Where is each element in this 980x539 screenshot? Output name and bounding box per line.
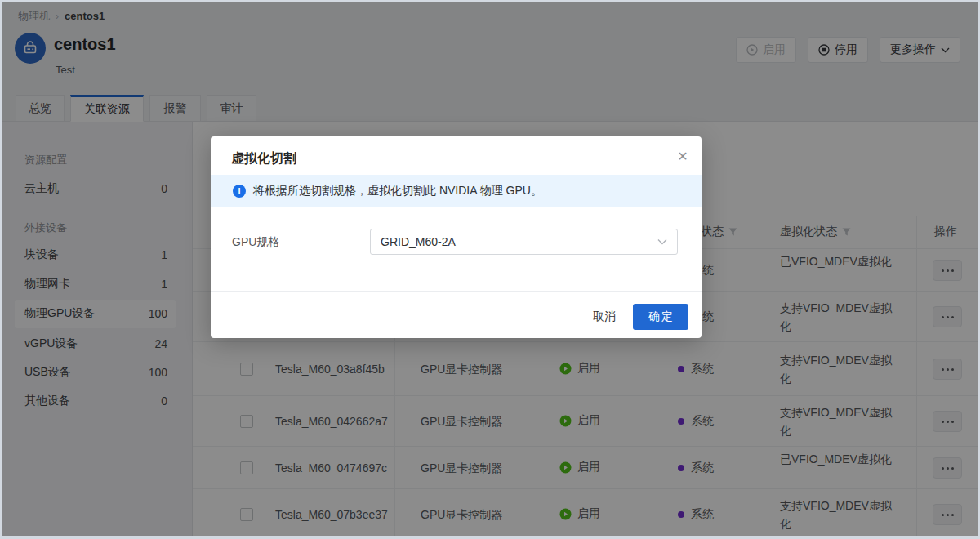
page: 物理机›centos1 centos1 Test 启用 停用 更多操作 xyxy=(0,0,980,539)
info-icon: i xyxy=(233,185,246,198)
gpu-spec-select[interactable]: GRID_M60-2A xyxy=(370,229,678,255)
chevron-down-icon xyxy=(657,238,667,245)
virtualization-modal: 虚拟化切割 ✕ i 将根据所选切割规格，虚拟化切割此 NVIDIA 物理 GPU… xyxy=(211,136,702,338)
confirm-button[interactable]: 确定 xyxy=(633,304,688,330)
modal-footer: 取消 确定 xyxy=(211,291,702,338)
info-banner: i 将根据所选切割规格，虚拟化切割此 NVIDIA 物理 GPU。 xyxy=(211,175,702,207)
info-text: 将根据所选切割规格，虚拟化切割此 NVIDIA 物理 GPU。 xyxy=(253,184,542,198)
modal-title: 虚拟化切割 xyxy=(231,150,296,167)
close-icon[interactable]: ✕ xyxy=(674,147,692,165)
gpu-spec-label: GPU规格 xyxy=(232,235,279,250)
cancel-button[interactable]: 取消 xyxy=(593,310,616,324)
gpu-spec-value: GRID_M60-2A xyxy=(381,235,456,248)
